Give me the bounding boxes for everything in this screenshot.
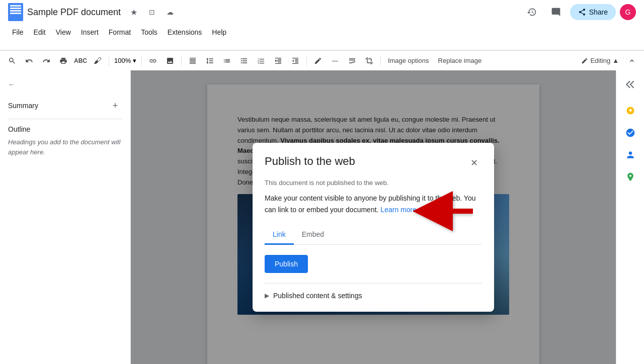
modal-tabs: Link Embed bbox=[265, 225, 482, 245]
share-label: Share bbox=[589, 8, 608, 16]
tab-embed[interactable]: Embed bbox=[294, 225, 332, 245]
modal-close-button[interactable]: ✕ bbox=[466, 155, 482, 171]
modal-overlay: Publish to the web ✕ This document is no… bbox=[131, 70, 616, 364]
folder-icon[interactable]: ⊡ bbox=[145, 5, 159, 19]
print-icon[interactable] bbox=[55, 53, 71, 69]
list-icon[interactable] bbox=[236, 53, 252, 69]
paint-icon[interactable]: 🖌 bbox=[90, 53, 106, 69]
check-circle-icon[interactable] bbox=[620, 123, 640, 143]
learn-more-link[interactable]: Learn more bbox=[380, 206, 417, 214]
ordered-list-icon[interactable] bbox=[253, 53, 269, 69]
modal-subtitle: This document is not published to the we… bbox=[265, 179, 482, 187]
line-spacing-icon[interactable] bbox=[202, 53, 218, 69]
sidebar-back-button[interactable]: ← bbox=[8, 78, 15, 90]
link-icon[interactable] bbox=[145, 53, 161, 69]
cloud-sync-icon[interactable]: ☁ bbox=[163, 5, 177, 19]
modal-title: Publish to the web bbox=[265, 155, 355, 168]
menu-edit[interactable]: Edit bbox=[30, 26, 50, 38]
document-area: Vestibulum neque massa, scelerisque sit … bbox=[131, 70, 616, 364]
modal-divider bbox=[265, 283, 482, 284]
indent-icon[interactable] bbox=[270, 53, 286, 69]
outline-hint: Headings you add to the document will ap… bbox=[8, 137, 122, 157]
search-toolbar-icon[interactable] bbox=[4, 53, 20, 69]
divider1 bbox=[109, 56, 109, 66]
text-wrap-icon[interactable] bbox=[344, 53, 360, 69]
checklist-icon[interactable] bbox=[219, 53, 235, 69]
menu-help[interactable]: Help bbox=[208, 26, 230, 38]
sidebar-divider bbox=[8, 119, 122, 119]
sidebar: ← Summary + Outline Headings you add to … bbox=[0, 70, 131, 364]
spellcheck-icon[interactable]: ABC bbox=[72, 53, 89, 69]
zoom-selector[interactable]: 100% ▾ bbox=[112, 56, 138, 65]
publish-button[interactable]: Publish bbox=[265, 255, 308, 273]
map-icon[interactable] bbox=[620, 167, 640, 187]
published-settings[interactable]: ▶ Published content & settings bbox=[265, 292, 482, 300]
crop-icon[interactable] bbox=[361, 53, 377, 69]
paint-pencil-icon[interactable] bbox=[310, 53, 326, 69]
summary-label: Summary bbox=[8, 102, 38, 110]
comments-icon[interactable] bbox=[546, 2, 566, 22]
settings-label: Published content & settings bbox=[273, 292, 362, 300]
tab-link[interactable]: Link bbox=[265, 225, 294, 245]
divider2 bbox=[141, 56, 142, 66]
toolbar: ABC 🖌 100% ▾ — Image options Repla bbox=[0, 50, 644, 70]
align-icon[interactable] bbox=[185, 53, 201, 69]
editing-label: Editing bbox=[590, 57, 610, 64]
history-icon[interactable] bbox=[522, 2, 542, 22]
image-options-button[interactable]: Image options bbox=[384, 55, 433, 66]
outdent-icon[interactable] bbox=[287, 53, 303, 69]
redo-icon[interactable] bbox=[38, 53, 54, 69]
modal-description: Make your content visible to anyone by p… bbox=[265, 193, 482, 215]
replace-image-button[interactable]: Replace image bbox=[434, 55, 486, 66]
svg-text:✦: ✦ bbox=[628, 107, 633, 114]
menu-file[interactable]: File bbox=[8, 26, 28, 38]
document-title: Sample PDF document bbox=[27, 7, 121, 18]
chevron-up-icon: ▲ bbox=[612, 57, 619, 64]
panel-collapse-icon[interactable] bbox=[620, 74, 640, 95]
menu-extensions[interactable]: Extensions bbox=[164, 26, 206, 38]
divider3 bbox=[181, 56, 182, 66]
right-panel: ✦ bbox=[616, 70, 644, 364]
collapse-toolbar-icon[interactable] bbox=[624, 53, 640, 69]
add-comment-icon[interactable] bbox=[620, 360, 640, 364]
person-icon[interactable] bbox=[620, 145, 640, 165]
back-arrow-icon: ← bbox=[8, 80, 15, 88]
menu-view[interactable]: View bbox=[52, 26, 75, 38]
publish-modal: Publish to the web ✕ This document is no… bbox=[253, 143, 494, 312]
divider5 bbox=[380, 56, 381, 66]
line-color-icon[interactable]: — bbox=[327, 53, 343, 69]
google-docs-icon bbox=[8, 3, 23, 21]
undo-icon[interactable] bbox=[21, 53, 37, 69]
star-icon[interactable]: ★ bbox=[127, 5, 141, 19]
menu-bar: File Edit View Insert Format Tools Exten… bbox=[0, 24, 644, 40]
editing-mode-button[interactable]: Editing ▲ bbox=[577, 55, 623, 66]
divider4 bbox=[306, 56, 307, 66]
summary-add-button[interactable]: + bbox=[108, 99, 122, 113]
share-button[interactable]: Share bbox=[570, 4, 616, 20]
menu-tools[interactable]: Tools bbox=[137, 26, 162, 38]
outline-label: Outline bbox=[8, 125, 122, 133]
assistant-icon[interactable]: ✦ bbox=[620, 101, 640, 121]
avatar[interactable]: G bbox=[620, 4, 636, 20]
settings-arrow-icon: ▶ bbox=[265, 292, 269, 299]
menu-insert[interactable]: Insert bbox=[77, 26, 103, 38]
menu-format[interactable]: Format bbox=[105, 26, 135, 38]
image-icon[interactable] bbox=[162, 53, 178, 69]
